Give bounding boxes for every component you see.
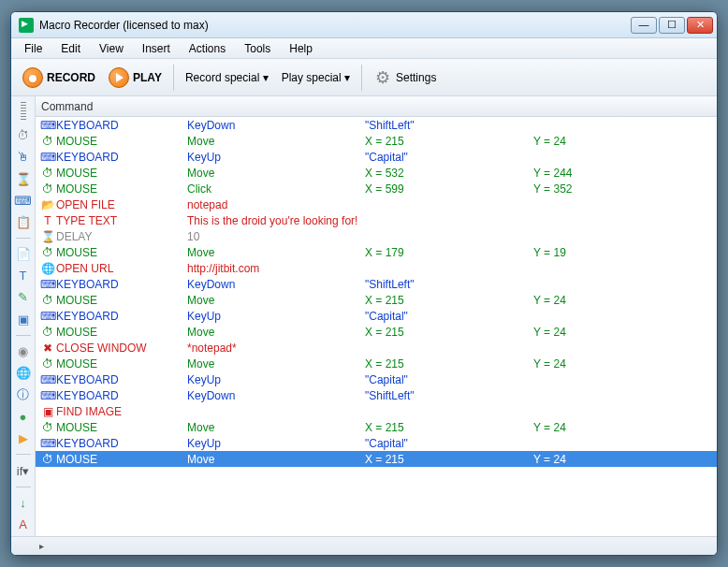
row-action: KeyUp [187,151,365,164]
row-action: KeyDown [187,389,365,402]
table-row[interactable]: ⏱MOUSEMoveX = 215Y = 24 [36,419,717,435]
menu-actions[interactable]: Actions [180,40,235,57]
circle-icon[interactable]: ◉ [15,343,32,359]
keyboard-icon[interactable]: ⌨ [15,193,32,209]
row-command: MOUSE [56,135,187,148]
row-action: 10 [187,230,365,243]
row-command: DELAY [56,230,187,243]
row-action: notepad [187,198,365,211]
row-param2: Y = 24 [533,294,717,307]
row-param1: "Capital" [365,310,533,323]
row-command: MOUSE [56,421,187,434]
row-param2: Y = 19 [533,246,717,259]
table-row[interactable]: ⌨KEYBOARDKeyUp"Capital" [36,149,717,165]
table-row[interactable]: ▣FIND IMAGE [36,403,717,419]
menu-view[interactable]: View [90,40,133,57]
copy-icon[interactable]: 📋 [15,214,32,230]
row-action: KeyUp [187,373,365,386]
row-param1: X = 215 [365,357,533,371]
table-row[interactable]: 📂OPEN FILEnotepad [36,196,717,212]
row-command: MOUSE [56,167,187,180]
menu-help[interactable]: Help [280,40,322,57]
table-row[interactable]: ⌨KEYBOARDKeyDown"ShiftLeft" [36,117,717,133]
grip-icon[interactable] [21,102,26,120]
table-row[interactable]: ⏱MOUSEClickX = 599Y = 352 [36,181,717,196]
row-param1: "Capital" [365,373,533,386]
minimize-button[interactable]: — [631,17,657,34]
menu-insert[interactable]: Insert [133,40,180,57]
play-button[interactable]: PLAY [103,64,167,92]
gear-icon: ⚙ [373,68,392,87]
table-row[interactable]: ⌛DELAY10 [36,228,717,244]
row-param1: X = 532 [365,167,533,180]
table-row[interactable]: ⌨KEYBOARDKeyUp"Capital" [36,371,717,387]
table-row[interactable]: ⏱MOUSEMoveX = 215Y = 24 [36,451,717,467]
clock-icon[interactable]: ⏱ [15,127,32,143]
table-row[interactable]: ⏱MOUSEMoveX = 215Y = 24 [36,292,717,308]
text-icon[interactable]: T [15,268,32,284]
table-row[interactable]: 🌐OPEN URLhttp://jitbit.com [36,260,717,276]
row-command: OPEN FILE [56,198,187,211]
info-icon[interactable]: ⓘ [15,386,32,403]
table-row[interactable]: ⌨KEYBOARDKeyDown"ShiftLeft" [36,387,717,403]
row-command: MOUSE [56,182,187,196]
table-row[interactable]: ⏱MOUSEMoveX = 215Y = 24 [36,356,717,371]
paste-icon[interactable]: 📄 [15,246,32,262]
maximize-button[interactable]: ☐ [659,17,685,34]
row-param1: "Capital" [365,437,533,450]
table-row[interactable]: ⏱MOUSEMoveX = 179Y = 19 [36,244,717,260]
row-icon: T [39,214,56,227]
row-param2: Y = 352 [533,182,717,196]
green-ball-icon[interactable]: ● [15,409,32,425]
image-icon[interactable]: ▣ [15,312,32,327]
table-row[interactable]: ⏱MOUSEMoveX = 215Y = 24 [36,133,717,149]
play-special-dropdown[interactable]: Play special ▾ [276,68,356,87]
menu-tools[interactable]: Tools [235,40,280,57]
table-row[interactable]: ⏱MOUSEMoveX = 215Y = 24 [36,324,717,340]
menu-file[interactable]: File [15,40,51,57]
row-command: KEYBOARD [56,310,187,323]
row-command: MOUSE [56,246,187,259]
row-action: This is the droid you're looking for! [187,214,365,227]
row-command: MOUSE [56,357,187,371]
table-row[interactable]: ⌨KEYBOARDKeyDown"ShiftLeft" [36,276,717,292]
row-action: Move [187,294,365,307]
table-row[interactable]: ✖CLOSE WINDOW*notepad* [36,340,717,356]
mouse-icon[interactable]: 🖱 [15,149,32,165]
globe-icon[interactable]: 🌐 [15,365,32,381]
row-param1: X = 215 [365,135,533,148]
row-icon: ⌨ [39,389,56,402]
if-icon[interactable]: if▾ [15,462,32,478]
row-icon: ⏱ [39,453,56,466]
eyedropper-icon[interactable]: ✎ [15,289,32,305]
row-icon: ⏱ [39,357,56,371]
expand-icon[interactable]: ▸ [39,541,44,551]
hourglass-icon[interactable]: ⌛ [15,170,32,186]
record-special-dropdown[interactable]: Record special ▾ [180,68,274,87]
table-row[interactable]: ⏱MOUSEMoveX = 532Y = 244 [36,165,717,181]
down-icon[interactable]: ↓ [15,495,32,511]
row-command: MOUSE [56,326,187,339]
table-row[interactable]: ⌨KEYBOARDKeyUp"Capital" [36,435,717,451]
settings-button[interactable]: ⚙ Settings [368,65,442,91]
statusbar: ▸ [11,536,717,555]
menu-edit[interactable]: Edit [51,40,90,57]
table-row[interactable]: TTYPE TEXTThis is the droid you're looki… [36,212,717,228]
table-row[interactable]: ⌨KEYBOARDKeyUp"Capital" [36,308,717,324]
row-param1: X = 215 [365,326,533,339]
row-command: OPEN URL [56,262,187,275]
row-param2: Y = 24 [533,135,717,148]
close-button[interactable]: ✕ [687,17,713,34]
row-param2: Y = 24 [533,453,717,466]
record-button[interactable]: RECORD [17,64,101,92]
row-icon: ⏱ [39,182,56,196]
row-icon: ⌛ [39,230,56,243]
row-action: Move [187,326,365,339]
a-icon[interactable]: A [15,516,32,532]
separator [361,65,362,91]
row-icon: ⏱ [39,326,56,339]
rows-container: ⌨KEYBOARDKeyDown"ShiftLeft"⏱MOUSEMoveX =… [36,117,717,536]
row-icon: ⏱ [39,167,56,180]
column-header[interactable]: Command [36,96,717,117]
play-small-icon[interactable]: ▶ [15,430,32,446]
